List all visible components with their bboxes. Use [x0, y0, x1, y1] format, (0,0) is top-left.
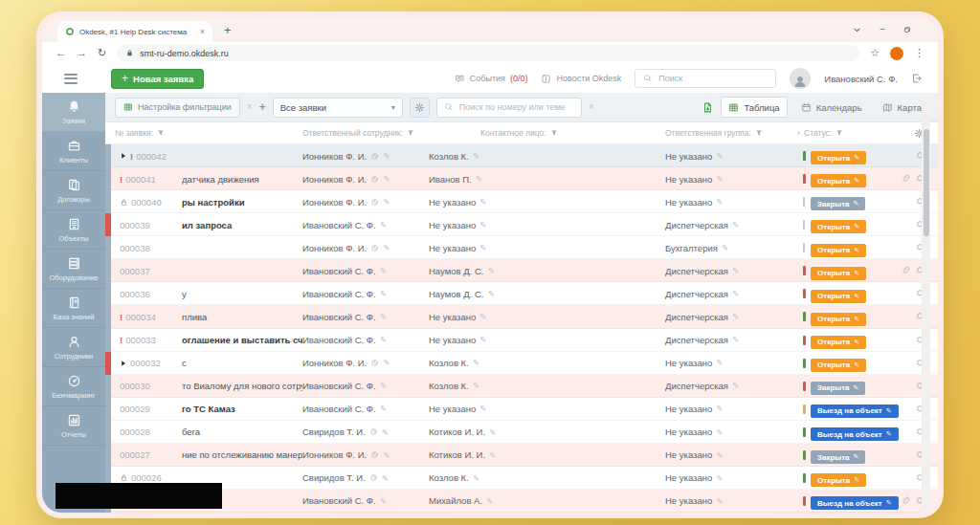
sidebar-item-contracts[interactable]: Договоры: [42, 171, 105, 210]
news-link[interactable]: Новости Okdesk: [541, 74, 621, 84]
status-badge[interactable]: Открыта✎: [811, 220, 866, 233]
ticket-employee[interactable]: Ионников Ф. И.✎: [302, 197, 429, 208]
ticket-contact[interactable]: Козлов К.✎: [429, 472, 662, 483]
edit-icon[interactable]: ✎: [473, 359, 479, 367]
filter-settings-button[interactable]: Настройка фильтрации: [115, 98, 240, 118]
new-ticket-button[interactable]: + Новая заявка: [111, 69, 204, 89]
ticket-contact[interactable]: Не указано✎: [429, 335, 662, 345]
ticket-group[interactable]: Не указано✎: [662, 449, 797, 460]
scrollbar-thumb[interactable]: [924, 129, 929, 236]
filter-gear-button[interactable]: [410, 98, 430, 118]
ticket-group[interactable]: Не указано✎: [662, 358, 797, 368]
edit-icon[interactable]: ✎: [383, 244, 390, 252]
ticket-employee[interactable]: Ивановский С. Ф.✎: [302, 220, 429, 230]
ticket-group[interactable]: Диспетчерская✎: [662, 289, 797, 299]
edit-icon[interactable]: ✎: [383, 359, 390, 367]
ticket-contact[interactable]: Котиков И. И.✎: [429, 449, 662, 460]
expand-arrow-icon[interactable]: [120, 360, 127, 367]
sidebar-item-reports[interactable]: Отчеты: [42, 406, 105, 446]
tab-close-icon[interactable]: ×: [200, 28, 205, 36]
ticket-group[interactable]: Не указано✎: [662, 472, 797, 483]
bookmark-star-icon[interactable]: ☆: [870, 47, 880, 59]
expand-arrow-icon[interactable]: [120, 152, 127, 160]
edit-icon[interactable]: ✎: [383, 198, 390, 207]
sidebar-item-knowledge-base[interactable]: База знаний: [42, 289, 105, 328]
ticket-row[interactable]: 000030то Виалому для нового сотрудн…Иван…: [105, 375, 938, 398]
reload-icon[interactable]: ↻: [98, 48, 106, 58]
header-contact[interactable]: Контактное лицо:: [429, 128, 662, 138]
ticket-subject[interactable]: с: [182, 358, 302, 368]
edit-icon[interactable]: ✎: [716, 359, 723, 367]
edit-icon[interactable]: ✎: [486, 497, 493, 506]
ticket-contact[interactable]: Иванов П.✎: [429, 174, 662, 185]
sidebar-item-objects[interactable]: Объекты: [42, 210, 105, 250]
ticket-row[interactable]: 000028бегаСвиридов Т. И.✎Котиков И. И.✎Н…: [105, 421, 938, 444]
view-map-button[interactable]: Карта: [876, 97, 928, 118]
edit-icon[interactable]: ✎: [473, 152, 479, 161]
ticket-subject[interactable]: го ТС Камаз: [182, 404, 302, 414]
sidebar-item-tickets[interactable]: Заявки: [42, 93, 105, 132]
ticket-row[interactable]: 000026Свиридов Т. И.✎Козлов К.✎Не указан…: [105, 467, 938, 490]
ticket-employee[interactable]: Ивановский С. Ф.✎: [302, 335, 429, 345]
ticket-group[interactable]: Диспетчерская✎: [662, 381, 797, 391]
edit-icon[interactable]: ✎: [716, 474, 723, 483]
edit-icon[interactable]: ✎: [476, 175, 482, 184]
ticket-row[interactable]: 000027ние по отслеживанию манеры…Ионнико…: [105, 444, 938, 467]
edit-icon[interactable]: ✎: [716, 198, 723, 207]
edit-icon[interactable]: ✎: [722, 244, 728, 252]
edit-icon[interactable]: ✎: [382, 474, 389, 483]
edit-icon[interactable]: ✎: [732, 382, 739, 390]
ticket-group[interactable]: Не указано✎: [662, 427, 797, 437]
ticket-row[interactable]: 000032сИонников Ф. И.✎Козлов К.✎Не указа…: [105, 352, 938, 375]
status-badge[interactable]: Закрыта✎: [811, 382, 865, 395]
browser-profile-avatar[interactable]: [890, 47, 903, 60]
ticket-subject[interactable]: оглашение и выставить счет…: [182, 335, 302, 345]
ticket-search-input[interactable]: Поиск по номеру или теме: [436, 98, 582, 118]
sidebar-item-equipment[interactable]: Оборудование: [42, 250, 105, 289]
edit-icon[interactable]: ✎: [732, 290, 739, 298]
edit-icon[interactable]: ✎: [489, 428, 496, 437]
new-tab-button[interactable]: +: [224, 24, 232, 36]
ticket-group[interactable]: Не указано✎: [662, 495, 797, 506]
ticket-row[interactable]: 000029го ТС КамазИвановский С. Ф.✎Не ука…: [105, 398, 938, 421]
ticket-subject[interactable]: то Виалому для нового сотрудн…: [182, 381, 302, 391]
address-bar[interactable]: smt-ru-demo.okdesk.ru: [117, 45, 859, 61]
edit-icon[interactable]: ✎: [487, 267, 494, 275]
edit-icon[interactable]: ✎: [473, 382, 479, 390]
ticket-contact[interactable]: Наумов Д. С.✎: [429, 266, 662, 276]
edit-icon[interactable]: ✎: [732, 336, 739, 344]
ticket-number[interactable]: 000039: [120, 220, 150, 230]
ticket-subject[interactable]: ил запроса: [182, 220, 302, 230]
ticket-subject[interactable]: у: [182, 289, 302, 299]
ticket-subject[interactable]: ры настройки: [182, 197, 302, 208]
ticket-employee[interactable]: Ионников Ф. И.✎: [302, 151, 429, 162]
status-badge[interactable]: Открыта✎: [811, 473, 866, 487]
edit-icon[interactable]: ✎: [380, 405, 387, 413]
view-calendar-button[interactable]: Календарь: [794, 97, 869, 118]
user-name[interactable]: Ивановский С. Ф.: [824, 74, 898, 84]
edit-icon[interactable]: ✎: [479, 313, 486, 321]
ticket-employee[interactable]: Ивановский С. Ф.✎: [302, 266, 429, 276]
ticket-contact[interactable]: Не указано✎: [429, 197, 662, 208]
status-badge[interactable]: Открыта✎: [811, 151, 866, 164]
edit-icon[interactable]: ✎: [473, 474, 479, 483]
logout-icon[interactable]: [911, 73, 923, 84]
status-badge[interactable]: Выезд на объект✎: [811, 496, 899, 510]
ticket-row[interactable]: !000033оглашение и выставить счет…Иванов…: [105, 329, 938, 352]
ticket-employee[interactable]: Ионников Ф. И.✎: [302, 243, 429, 253]
ticket-employee[interactable]: Свиридов Т. И.✎: [302, 472, 429, 483]
ticket-contact[interactable]: Не указано✎: [429, 312, 662, 322]
filter-clear-icon[interactable]: ×: [247, 102, 253, 112]
edit-icon[interactable]: ✎: [382, 428, 389, 437]
header-employee[interactable]: Ответственный сотрудник:: [302, 128, 429, 138]
edit-icon[interactable]: ✎: [487, 290, 494, 298]
edit-icon[interactable]: ✎: [380, 382, 387, 390]
status-badge[interactable]: Открыта✎: [811, 244, 866, 257]
status-badge[interactable]: Выезд на объект✎: [811, 405, 899, 418]
back-icon[interactable]: ←: [56, 48, 66, 58]
ticket-row[interactable]: !000042Ионников Ф. И.✎Козлов К.✎Не указа…: [105, 144, 938, 167]
ticket-group[interactable]: Диспетчерская✎: [662, 266, 797, 276]
scrollbar[interactable]: [922, 95, 930, 511]
sidebar-item-employees[interactable]: Сотрудники: [42, 328, 105, 367]
edit-icon[interactable]: ✎: [716, 152, 723, 161]
